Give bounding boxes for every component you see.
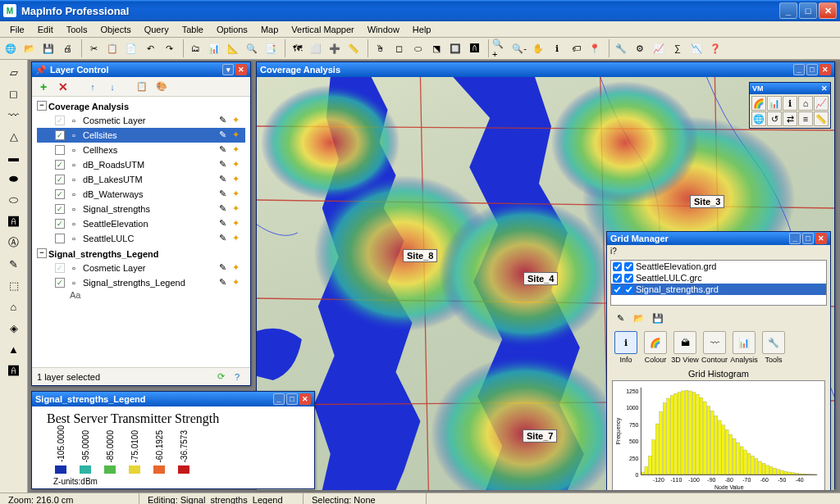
toolbar-button[interactable]: 🌐 bbox=[2, 39, 20, 57]
grid-row[interactable]: SeattleElevation.grd bbox=[611, 261, 826, 272]
grid-save-icon[interactable]: 💾 bbox=[650, 310, 666, 326]
toolbar-button[interactable]: 🔧 bbox=[612, 39, 630, 57]
vm-close-icon[interactable]: ✕ bbox=[821, 84, 828, 93]
vm-tool-button[interactable]: ≡ bbox=[798, 111, 813, 126]
layer-style-icon[interactable]: ✦ bbox=[232, 277, 244, 288]
layer-item[interactable]: ✓▫SeattleElevation✎✦ bbox=[37, 216, 245, 231]
layer-edit-icon[interactable]: ✎ bbox=[219, 159, 231, 170]
site-label[interactable]: Site_7 bbox=[523, 429, 557, 443]
layer-visibility-checkbox[interactable] bbox=[55, 145, 65, 155]
vm-tool-button[interactable]: ⇄ bbox=[783, 111, 797, 126]
legend-titlebar[interactable]: Signal_strengths_Legend _ □ ✕ bbox=[32, 392, 314, 406]
grid-row[interactable]: Signal_strengths.grd bbox=[611, 284, 826, 295]
toolbar-button[interactable]: 📉 bbox=[687, 39, 705, 57]
layer-style-icon[interactable]: ✦ bbox=[232, 262, 244, 274]
toolbar-button[interactable]: 🏷 bbox=[567, 39, 585, 57]
toolbar-button[interactable]: 💾 bbox=[39, 39, 57, 57]
legend-max-button[interactable]: □ bbox=[286, 393, 298, 405]
toolbar-button[interactable]: ➕ bbox=[326, 39, 344, 57]
toolbar-button[interactable]: ∑ bbox=[669, 39, 687, 57]
refresh-icon[interactable]: ⟳ bbox=[212, 369, 229, 385]
layer-visibility-checkbox[interactable]: ✓ bbox=[55, 263, 65, 273]
layer-item[interactable]: ▫Cellhexs✎✦ bbox=[37, 143, 245, 157]
toolbar-button[interactable]: 🔍- bbox=[510, 39, 528, 57]
draw-tool-button[interactable]: ◻ bbox=[5, 84, 23, 102]
layer-group[interactable]: Signal_strengths_Legend bbox=[37, 247, 245, 261]
toolbar-button[interactable]: 🖱 bbox=[371, 39, 389, 57]
grid-tool-contour[interactable]: 〰Contour bbox=[701, 331, 728, 364]
draw-tool-button[interactable]: 〰 bbox=[5, 106, 23, 124]
layer-visibility-checkbox[interactable]: ✓ bbox=[55, 219, 65, 229]
menu-tools[interactable]: Tools bbox=[60, 23, 94, 36]
toolbar-button[interactable]: 📈 bbox=[650, 39, 668, 57]
grid-list[interactable]: SeattleElevation.grdSeattleLULC.grcSigna… bbox=[610, 260, 827, 306]
toolbar-button[interactable]: 🖨 bbox=[58, 39, 76, 57]
layer-style-icon[interactable]: ✦ bbox=[232, 144, 244, 156]
toolbar-button[interactable]: ✂ bbox=[84, 39, 103, 57]
menu-objects[interactable]: Objects bbox=[94, 23, 137, 36]
grid-tool-3d-view[interactable]: 🏔3D View bbox=[671, 331, 699, 364]
toolbar-button[interactable]: ⬭ bbox=[409, 39, 427, 57]
toolbar-button[interactable]: 📊 bbox=[205, 39, 223, 57]
map-maximize-button[interactable]: □ bbox=[806, 64, 818, 75]
toolbar-button[interactable]: ✋ bbox=[529, 39, 547, 57]
vm-tool-button[interactable]: ℹ bbox=[783, 96, 797, 111]
vm-tool-button[interactable]: ↺ bbox=[767, 111, 782, 126]
menu-query[interactable]: Query bbox=[138, 23, 176, 36]
draw-tool-button[interactable]: ⬬ bbox=[5, 170, 23, 188]
minimize-button[interactable]: _ bbox=[779, 2, 797, 19]
site-label[interactable]: Site_8 bbox=[403, 249, 437, 262]
vm-tool-button[interactable]: 🌐 bbox=[751, 111, 766, 126]
toolbar-button[interactable]: ↷ bbox=[160, 39, 178, 57]
vm-panel[interactable]: VM✕ 🌈📊ℹ⌂📈🌐↺⇄≡📏 bbox=[749, 82, 831, 129]
draw-tool-button[interactable]: ⬚ bbox=[5, 276, 23, 294]
layer-item[interactable]: ✓▫Cosmetic Layer✎✦ bbox=[37, 261, 245, 275]
layer-style-icon[interactable]: ✦ bbox=[232, 188, 244, 200]
pin-icon[interactable]: 📌 bbox=[35, 65, 47, 75]
map-close-button[interactable]: ✕ bbox=[819, 64, 831, 75]
menu-vertical-mapper[interactable]: Vertical Mapper bbox=[285, 23, 360, 36]
toolbar-button[interactable]: 📐 bbox=[224, 39, 242, 57]
layer-visibility-checkbox[interactable]: ✓ bbox=[55, 160, 65, 170]
move-down-button[interactable]: ↓ bbox=[104, 79, 121, 95]
layer-visibility-checkbox[interactable] bbox=[55, 234, 65, 243]
toolbar-button[interactable]: 🗂 bbox=[186, 39, 204, 57]
remove-layer-button[interactable]: ✕ bbox=[55, 79, 71, 95]
layer-item[interactable]: ✓▫dB_Waterways✎✦ bbox=[37, 187, 245, 202]
layer-edit-icon[interactable]: ✎ bbox=[219, 277, 231, 288]
toolbar-button[interactable]: 🅰 bbox=[465, 39, 483, 57]
draw-tool-button[interactable]: 🅰 bbox=[5, 212, 23, 230]
legend-close-button[interactable]: ✕ bbox=[299, 393, 311, 405]
layer-edit-icon[interactable]: ✎ bbox=[219, 203, 231, 215]
grid-open-icon[interactable]: 📂 bbox=[631, 310, 647, 326]
layer-edit-icon[interactable]: ✎ bbox=[219, 262, 231, 274]
layer-style-icon[interactable]: ✦ bbox=[232, 203, 244, 215]
toolbar-button[interactable]: 📑 bbox=[262, 39, 280, 57]
draw-tool-button[interactable]: ▲ bbox=[5, 340, 23, 358]
menu-edit[interactable]: Edit bbox=[31, 23, 60, 36]
layer-visibility-checkbox[interactable]: ✓ bbox=[55, 130, 65, 140]
layer-style-icon[interactable]: ✦ bbox=[232, 159, 244, 170]
vm-tool-button[interactable]: 📊 bbox=[767, 96, 782, 111]
grid-row[interactable]: SeattleLULC.grc bbox=[611, 272, 826, 284]
grid-row-checkbox2[interactable] bbox=[624, 285, 633, 294]
toolbar-button[interactable]: 🗺 bbox=[288, 39, 306, 57]
draw-tool-button[interactable]: △ bbox=[5, 127, 23, 145]
map-window-titlebar[interactable]: Coverage Analysis _ □ ✕ bbox=[257, 62, 834, 77]
toolbar-button[interactable]: ↶ bbox=[141, 39, 159, 57]
draw-tool-button[interactable]: ◈ bbox=[5, 319, 23, 337]
vm-tool-button[interactable]: 📈 bbox=[814, 96, 829, 111]
layer-edit-icon[interactable]: ✎ bbox=[219, 144, 231, 156]
grid-manager-titlebar[interactable]: Grid Manager _ □ ✕ bbox=[607, 232, 830, 245]
grid-tool-analysis[interactable]: 📊Analysis bbox=[730, 331, 758, 364]
vm-tool-button[interactable]: 📏 bbox=[814, 111, 829, 126]
layer-tree[interactable]: Coverage Analysis✓▫Cosmetic Layer✎✦✓▫Cel… bbox=[32, 97, 250, 367]
toolbar-button[interactable]: 🔍+ bbox=[491, 39, 509, 57]
move-up-button[interactable]: ↑ bbox=[84, 79, 101, 95]
layer-visibility-checkbox[interactable]: ✓ bbox=[55, 204, 65, 214]
layer-item[interactable]: ✓▫Signal_strengths_Legend✎✦ bbox=[37, 275, 245, 290]
menu-table[interactable]: Table bbox=[176, 23, 210, 36]
grid-tool-colour[interactable]: 🌈Colour bbox=[641, 331, 669, 364]
grid-row-checkbox[interactable] bbox=[613, 262, 622, 271]
grid-row-checkbox2[interactable] bbox=[624, 262, 633, 271]
